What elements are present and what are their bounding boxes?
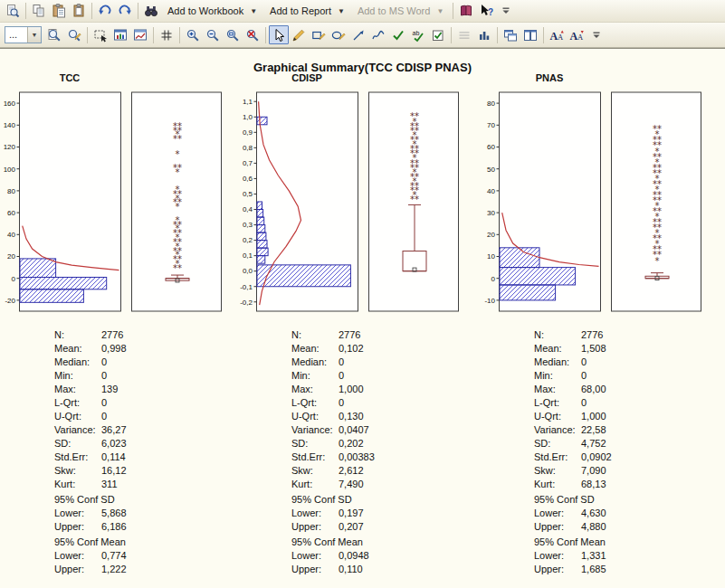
stat-value: 0 xyxy=(581,356,587,369)
toolbar-separator xyxy=(497,27,498,43)
stat-row: Median:0 xyxy=(534,356,711,369)
redo-button[interactable] xyxy=(115,2,135,21)
edit-graph-layout-button[interactable] xyxy=(110,25,130,44)
svg-text:ab: ab xyxy=(413,29,420,35)
select-graph-region-button[interactable] xyxy=(91,25,110,44)
stat-value: 0,110 xyxy=(339,563,363,576)
glossary-button[interactable] xyxy=(456,2,476,21)
boxplot-tcc[interactable]: ************************************ xyxy=(129,88,224,316)
summary-panel-pnas: PNAS80706050403020100-10****************… xyxy=(480,72,711,576)
add-to-report-menu-button[interactable]: Add to Report▼ xyxy=(263,2,351,21)
stat-label: Lower: xyxy=(291,507,339,520)
check-tool-button[interactable] xyxy=(388,25,408,44)
zoom-in-button[interactable] xyxy=(183,25,203,44)
stat-label: Kurt: xyxy=(291,478,339,491)
decrease-font-button[interactable]: AA xyxy=(567,25,587,44)
tile-windows-button[interactable] xyxy=(520,25,540,44)
svg-text:-0,2: -0,2 xyxy=(240,299,253,307)
stat-row: Max:139 xyxy=(54,383,232,396)
stat-label: Mean: xyxy=(54,342,101,356)
svg-text:0,9: 0,9 xyxy=(243,128,253,137)
zoom-off-button[interactable] xyxy=(243,25,262,44)
stat-value: 4,630 xyxy=(581,507,606,520)
spell-check-button[interactable]: ab xyxy=(408,25,428,44)
glossary-icon xyxy=(459,4,473,18)
svg-text:*: * xyxy=(655,256,660,266)
draw-arrow-button[interactable] xyxy=(348,25,368,44)
svg-text:*: * xyxy=(176,167,180,177)
histogram-tcc[interactable]: 160140120100806040200-20 xyxy=(0,88,121,316)
gridlines-button[interactable] xyxy=(157,25,176,44)
stat-value: 0,207 xyxy=(339,520,364,534)
zoom-tool-icon xyxy=(67,28,81,43)
stat-label: Upper: xyxy=(291,520,339,534)
draw-freehand-button[interactable] xyxy=(368,25,388,44)
application-window: Add to Workbook▼Add to Report▼Add to MS … xyxy=(0,0,725,588)
stat-label: N: xyxy=(291,328,339,342)
stat-label: Mean: xyxy=(291,342,339,356)
svg-text:160: 160 xyxy=(4,100,16,108)
pan-page-button[interactable] xyxy=(44,25,64,44)
stat-row: Min:0 xyxy=(534,369,711,383)
toolbar-separator xyxy=(265,27,266,43)
draw-freehand-icon xyxy=(371,28,386,43)
stat-label: L-Qrt: xyxy=(54,396,101,410)
stat-value: 2776 xyxy=(581,328,603,342)
stat-row: U-Qrt:0,130 xyxy=(291,410,469,423)
draw-ellipse-button[interactable] xyxy=(329,25,348,44)
stat-label: Skw: xyxy=(54,464,101,478)
copy-button[interactable] xyxy=(29,2,49,21)
pencil-tool-button[interactable] xyxy=(289,25,309,44)
stat-label: L-Qrt: xyxy=(291,396,339,410)
svg-text:140: 140 xyxy=(4,121,16,129)
histogram-cdisp[interactable]: 1,11,00,90,80,70,60,50,40,30,20,10,0-0,1… xyxy=(237,88,358,316)
stat-label: Kurt: xyxy=(54,478,101,491)
stat-row: U-Qrt:1,000 xyxy=(534,410,711,423)
svg-text:50: 50 xyxy=(487,166,495,174)
undo-button[interactable] xyxy=(95,2,115,21)
toolbar-options-2-button[interactable] xyxy=(587,25,606,44)
whats-this-help-button[interactable]: ? xyxy=(476,2,496,21)
zoom-out-button[interactable] xyxy=(203,25,223,44)
fill-patterns-button[interactable] xyxy=(474,25,494,44)
stat-row: Upper:4,880 xyxy=(534,520,711,534)
copy-with-headers-button[interactable] xyxy=(69,2,89,21)
svg-text:70: 70 xyxy=(487,121,495,129)
accept-changes-button[interactable] xyxy=(428,25,448,44)
print-preview-button[interactable] xyxy=(3,2,23,21)
zoom-tool-button[interactable] xyxy=(64,25,84,44)
histogram-pnas[interactable]: 80706050403020100-10 xyxy=(480,88,601,316)
boxplot-cdisp[interactable]: ******************************* xyxy=(367,88,461,316)
svg-text:-0,1: -0,1 xyxy=(240,283,253,291)
boxplot-pnas[interactable]: **************************************** xyxy=(609,88,703,316)
svg-text:0,5: 0,5 xyxy=(243,190,253,198)
increase-font-button[interactable]: AA xyxy=(547,25,567,44)
svg-text:A: A xyxy=(577,32,584,41)
draw-rectangle-button[interactable] xyxy=(309,25,329,44)
combo-dropdown-button[interactable]: ▼ xyxy=(27,27,41,43)
paste-button[interactable] xyxy=(49,2,69,21)
stat-row: Min:0 xyxy=(291,369,469,383)
whats-this-help-icon: ? xyxy=(479,4,493,18)
toolbar-separator xyxy=(453,3,453,19)
zoom-window-button[interactable] xyxy=(223,25,243,44)
toolbar-options-button[interactable] xyxy=(496,2,516,21)
stat-row: Kurt:68,13 xyxy=(534,478,711,491)
pointer-tool-button[interactable] xyxy=(269,25,289,44)
copy-with-headers-icon xyxy=(72,4,86,18)
svg-text:?: ? xyxy=(488,7,493,17)
variable-name-tcc: TCC xyxy=(19,72,120,85)
stat-row: Lower:0,197 xyxy=(291,507,469,520)
add-to-workbook-menu-button[interactable]: Add to Workbook▼ xyxy=(161,2,263,21)
stat-label: Upper: xyxy=(534,563,581,576)
stat-label: Median: xyxy=(291,356,339,369)
zoom-level-combo[interactable]: ...▼ xyxy=(5,26,42,43)
zoom-window-icon xyxy=(225,28,240,43)
cascade-windows-button[interactable] xyxy=(501,25,520,44)
edit-graph-data-button[interactable] xyxy=(130,25,150,44)
stat-value: 311 xyxy=(101,478,118,491)
find-button[interactable] xyxy=(141,2,161,21)
stats-section-header: 95% Conf SD xyxy=(534,493,711,507)
stat-row: Lower:0,0948 xyxy=(291,549,469,563)
svg-text:0,4: 0,4 xyxy=(243,205,253,213)
